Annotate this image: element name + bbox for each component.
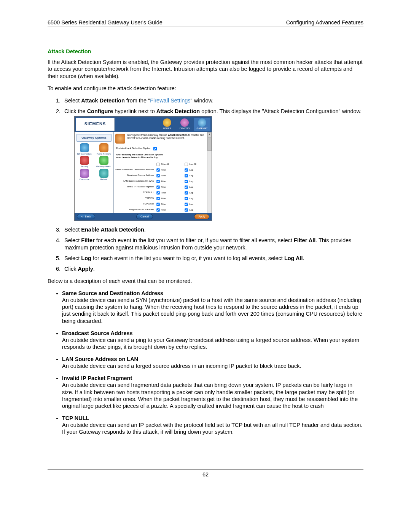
- event-descriptions: Same Source and Destination AddressAn ou…: [48, 290, 363, 435]
- brand-logo: SIEMENS: [76, 118, 115, 131]
- scroll-thumb[interactable]: [207, 137, 212, 151]
- shot-tabs: USERS DEVICES GATEWAY: [159, 118, 210, 131]
- events-intro: Below is a description of each event tha…: [48, 278, 363, 284]
- header-right: Configuring Advanced Features: [286, 19, 363, 26]
- step-6: Click Apply.: [62, 265, 363, 272]
- section-title: Attack Detection: [48, 48, 363, 55]
- log-all-checkbox[interactable]: [185, 163, 188, 166]
- shot-content: Your SpeedStream Gateway can use Attack …: [114, 132, 212, 213]
- sidebar-item-reboot[interactable]: Reboot: [94, 169, 113, 181]
- lead-in: To enable and configure the attack detec…: [48, 85, 363, 92]
- event-item: TCP NULLAn outside device can send an IP…: [62, 415, 363, 435]
- devices-icon: [180, 118, 189, 127]
- table-row: LAN Source Address On WANFilterLog: [114, 179, 212, 184]
- instruction-note: After enabling the Attack Detection Syst…: [114, 152, 212, 161]
- numbered-steps: Select Attack Detection from the "Firewa…: [48, 97, 363, 272]
- scrollbar[interactable]: ▲: [207, 132, 212, 213]
- page-header: 6500 Series Residential Gateway User's G…: [48, 19, 363, 27]
- enable-row: Enable Attack Detection System: [114, 145, 212, 152]
- step-3: Select Enable Attack Detection.: [62, 226, 363, 233]
- filter-all-checkbox[interactable]: [156, 163, 159, 166]
- config-screenshot: SIEMENS USERS DEVICES GATEWAY Gateway Op…: [74, 116, 212, 221]
- table-row: TCP NULLFilterLog: [114, 190, 212, 196]
- back-button[interactable]: << Back: [77, 214, 95, 220]
- table-row: Invalid IP Packet FragmentFilterLog: [114, 184, 212, 190]
- shot-footer: << Back Cancel Apply: [75, 213, 212, 221]
- event-item: Same Source and Destination AddressAn ou…: [62, 290, 363, 324]
- sidebar-item-security[interactable]: Security: [75, 156, 94, 168]
- tab-gateway[interactable]: GATEWAY: [194, 118, 210, 131]
- sidebar-title: Gateway Options: [76, 134, 112, 142]
- shot-topbar: SIEMENS USERS DEVICES GATEWAY: [75, 117, 212, 132]
- table-row: TCP FINFilterLog: [114, 196, 212, 201]
- step-2: Click the Configure hyperlink next to At…: [62, 108, 363, 221]
- shield-icon: [115, 134, 125, 144]
- customize-icon: [80, 169, 89, 178]
- health-icon: [99, 156, 108, 165]
- gateway-icon: [198, 118, 206, 127]
- table-row: Same Source and Destination AddressFilte…: [114, 167, 212, 173]
- users-icon: [163, 118, 171, 127]
- tab-users[interactable]: USERS: [159, 118, 175, 131]
- isp-icon: [80, 143, 89, 152]
- intro-paragraph: If the Attack Detection System is enable…: [48, 59, 363, 79]
- reboot-icon: [99, 169, 108, 178]
- page-footer: 62: [48, 470, 363, 478]
- sidebar-item-customize[interactable]: Customize: [75, 169, 94, 181]
- step-1: Select Attack Detection from the "Firewa…: [62, 97, 363, 104]
- event-item: Broadcast Source AddressAn outside devic…: [62, 330, 363, 350]
- sidebar-item-home[interactable]: Home Network: [94, 143, 113, 155]
- table-row: Fragmented TCP PacketFilterLog: [114, 207, 212, 213]
- table-row: TCP XmasFilterLog: [114, 201, 212, 207]
- step-5: Select Log for each event in the list yo…: [62, 255, 363, 262]
- step-4: Select Filter for each event in the list…: [62, 237, 363, 251]
- scroll-up-icon[interactable]: ▲: [207, 132, 212, 137]
- event-item: Invalid IP Packet FragmentAn outside dev…: [62, 375, 363, 409]
- table-row: Broadcast Source AddressFilterLog: [114, 173, 212, 179]
- event-item: LAN Source Address on LANAn outside devi…: [62, 356, 363, 369]
- header-left: 6500 Series Residential Gateway User's G…: [48, 19, 162, 26]
- shot-body: Gateway Options ISP Connection Home Netw…: [75, 132, 212, 213]
- events-table: Filter All Log All Same Source and Desti…: [114, 161, 212, 213]
- sidebar-item-isp[interactable]: ISP Connection: [75, 143, 94, 155]
- home-icon: [99, 143, 108, 152]
- tab-devices[interactable]: DEVICES: [176, 118, 193, 131]
- security-icon: [80, 156, 89, 165]
- cancel-button[interactable]: Cancel: [136, 214, 153, 220]
- shot-description: Your SpeedStream Gateway can use Attack …: [114, 132, 212, 145]
- enable-checkbox[interactable]: [153, 147, 156, 150]
- firewall-settings-link[interactable]: Firewall Settings: [150, 97, 190, 104]
- sidebar-item-health[interactable]: Gateway Health: [94, 156, 113, 168]
- apply-button[interactable]: Apply: [194, 214, 209, 220]
- document-page: 6500 Series Residential Gateway User's G…: [48, 19, 363, 478]
- page-number: 62: [202, 471, 209, 478]
- shot-sidebar: Gateway Options ISP Connection Home Netw…: [75, 132, 114, 213]
